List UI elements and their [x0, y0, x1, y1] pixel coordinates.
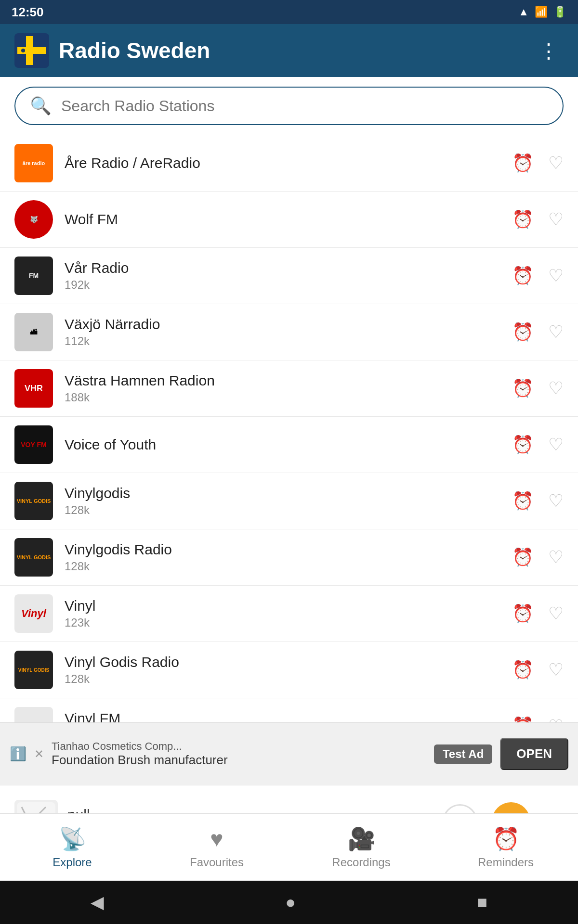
station-info-10: Vinyl Godis Radio128k: [65, 654, 500, 686]
ad-product: Foundation Brush manufacturer: [52, 753, 426, 768]
recent-button[interactable]: ■: [477, 892, 487, 912]
battery-icon: 🔋: [553, 6, 566, 18]
favourite-button[interactable]: ♡: [548, 435, 564, 455]
station-name: Voice of Youth: [65, 436, 500, 453]
station-name: Vinylgodis Radio: [65, 541, 500, 558]
favourite-button[interactable]: ♡: [548, 322, 564, 342]
station-info-4: Växjö Närradio112k: [65, 316, 500, 348]
alarm-button[interactable]: ⏰: [512, 716, 534, 722]
favourite-button[interactable]: ♡: [548, 209, 564, 230]
station-info-2: Wolf FM: [65, 211, 500, 228]
app-title: Radio Sweden: [59, 38, 524, 64]
station-info-7: Vinylgodis128k: [65, 485, 500, 517]
favourite-button[interactable]: ♡: [548, 660, 564, 680]
alarm-button[interactable]: ⏰: [512, 435, 534, 455]
nav-icon-reminders: ⏰: [492, 826, 520, 852]
station-name: Vår Radio: [65, 260, 500, 276]
ad-close-icon[interactable]: ✕: [34, 747, 44, 761]
back-button[interactable]: ◀: [91, 892, 104, 912]
station-item[interactable]: åre radioÅre Radio / AreRadio⏰♡: [0, 135, 578, 192]
alarm-button[interactable]: ⏰: [512, 603, 534, 624]
search-input[interactable]: [61, 97, 548, 115]
favourite-button[interactable]: ♡: [548, 603, 564, 624]
svg-point-3: [21, 49, 25, 52]
nav-item-recordings[interactable]: 🎥Recordings: [289, 818, 434, 877]
station-actions-9: ⏰♡: [512, 603, 564, 624]
nav-item-favourites[interactable]: ♥Favourites: [144, 818, 289, 877]
favourite-button[interactable]: ♡: [548, 266, 564, 286]
app-header: Radio Sweden ⋮: [0, 24, 578, 77]
alarm-button[interactable]: ⏰: [512, 209, 534, 230]
station-info-3: Vår Radio192k: [65, 260, 500, 292]
station-bitrate: 128k: [65, 503, 500, 517]
station-name: Wolf FM: [65, 211, 500, 228]
status-bar: 12:50 ▲ 📶 🔋: [0, 0, 578, 24]
alarm-button[interactable]: ⏰: [512, 266, 534, 286]
favourite-button[interactable]: ♡: [548, 378, 564, 398]
station-item[interactable]: VinylVinyl123k⏰♡: [0, 586, 578, 642]
logo-svg: [17, 36, 46, 65]
more-menu-button[interactable]: ⋮: [534, 34, 564, 67]
system-nav: ◀ ● ■: [0, 881, 578, 924]
ad-banner: ℹ️ ✕ Tianhao Cosmetics Comp... Foundatio…: [0, 722, 578, 785]
station-name: Västra Hamnen Radion: [65, 372, 500, 389]
station-logo-3: FM: [14, 257, 53, 295]
station-item[interactable]: VinylVinyl FM128k⏰♡: [0, 698, 578, 722]
nav-item-reminders[interactable]: ⏰Reminders: [434, 818, 578, 877]
nav-label-favourites: Favourites: [190, 856, 244, 869]
station-actions-6: ⏰♡: [512, 435, 564, 455]
favourite-button[interactable]: ♡: [548, 491, 564, 511]
station-logo-8: VINYL GODIS: [14, 538, 53, 577]
status-time: 12:50: [12, 5, 44, 20]
search-container: 🔍: [0, 77, 578, 135]
station-logo-9: Vinyl: [14, 594, 53, 633]
signal-icon: 📶: [535, 6, 548, 18]
station-name: Vinyl FM: [65, 710, 500, 722]
station-bitrate: 123k: [65, 616, 500, 629]
wifi-icon: ▲: [518, 6, 529, 18]
station-item[interactable]: 🏙Växjö Närradio112k⏰♡: [0, 304, 578, 360]
station-logo-4: 🏙: [14, 313, 53, 351]
station-logo-6: VOY FM: [14, 425, 53, 464]
station-bitrate: 188k: [65, 391, 500, 404]
favourite-button[interactable]: ♡: [548, 153, 564, 173]
station-actions-5: ⏰♡: [512, 378, 564, 398]
nav-label-explore: Explore: [53, 856, 92, 869]
station-item[interactable]: 🐺Wolf FM⏰♡: [0, 192, 578, 248]
favourite-button[interactable]: ♡: [548, 547, 564, 567]
station-actions-3: ⏰♡: [512, 266, 564, 286]
station-logo-1: åre radio: [14, 144, 53, 182]
station-item[interactable]: VINYL GODISVinyl Godis Radio128k⏰♡: [0, 642, 578, 698]
alarm-button[interactable]: ⏰: [512, 491, 534, 511]
alarm-button[interactable]: ⏰: [512, 660, 534, 680]
nav-item-explore[interactable]: 📡Explore: [0, 818, 144, 877]
station-info-11: Vinyl FM128k: [65, 710, 500, 722]
alarm-button[interactable]: ⏰: [512, 153, 534, 173]
search-box: 🔍: [14, 87, 564, 125]
station-logo-5: VHR: [14, 369, 53, 408]
favourite-button[interactable]: ♡: [548, 716, 564, 722]
nav-icon-favourites: ♥: [210, 826, 223, 852]
station-item[interactable]: VINYL GODISVinylgodis Radio128k⏰♡: [0, 529, 578, 586]
nav-label-reminders: Reminders: [478, 856, 534, 869]
ad-text-block: Tianhao Cosmetics Comp... Foundation Bru…: [52, 740, 426, 768]
ad-test-label: Test Ad: [434, 744, 492, 764]
station-info-1: Åre Radio / AreRadio: [65, 155, 500, 171]
alarm-button[interactable]: ⏰: [512, 322, 534, 342]
alarm-button[interactable]: ⏰: [512, 547, 534, 567]
station-item[interactable]: VHRVästra Hamnen Radion188k⏰♡: [0, 360, 578, 417]
alarm-button[interactable]: ⏰: [512, 378, 534, 398]
home-button[interactable]: ●: [285, 892, 296, 912]
station-item[interactable]: FMVår Radio192k⏰♡: [0, 248, 578, 304]
station-item[interactable]: VINYL GODISVinylgodis128k⏰♡: [0, 473, 578, 529]
station-info-5: Västra Hamnen Radion188k: [65, 372, 500, 404]
station-name: Vinyl Godis Radio: [65, 654, 500, 670]
status-icons: ▲ 📶 🔋: [518, 6, 566, 18]
station-item[interactable]: VOY FMVoice of Youth⏰♡: [0, 417, 578, 473]
station-name: Vinylgodis: [65, 485, 500, 501]
station-logo-2: 🐺: [14, 200, 53, 239]
ad-open-button[interactable]: OPEN: [500, 738, 568, 770]
station-actions-1: ⏰♡: [512, 153, 564, 173]
station-list: åre radioÅre Radio / AreRadio⏰♡🐺Wolf FM⏰…: [0, 135, 578, 722]
search-icon: 🔍: [30, 96, 52, 116]
